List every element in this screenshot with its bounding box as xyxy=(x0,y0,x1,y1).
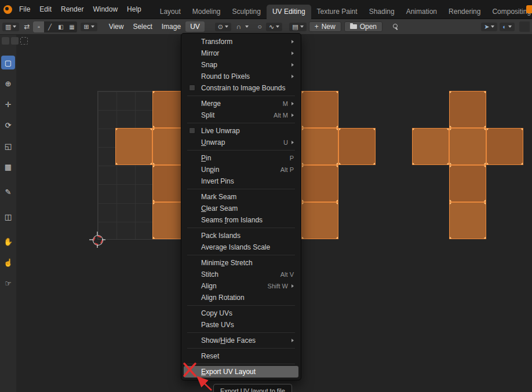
uv-face[interactable] xyxy=(486,128,523,165)
chevron-down-icon xyxy=(508,25,512,28)
scene-icon[interactable] xyxy=(526,5,532,13)
checkbox-icon[interactable] xyxy=(189,127,195,134)
menu-item-show-hide-faces[interactable]: Show/Hide Faces xyxy=(184,335,298,346)
menu-item-pack-islands[interactable]: Pack Islands xyxy=(184,230,298,241)
menu-item-paste-uvs[interactable]: Paste UVs xyxy=(184,319,298,331)
header-menu-uv[interactable]: UV xyxy=(185,21,205,32)
menu-edit[interactable]: Edit xyxy=(35,3,56,15)
tool-rip-region[interactable]: ◫ xyxy=(1,210,15,224)
tool-relax[interactable]: ☝ xyxy=(1,255,15,269)
select-extend-icon[interactable] xyxy=(11,37,19,45)
open-image-button[interactable]: Open xyxy=(344,21,382,32)
workspace-tab-shading[interactable]: Shading xyxy=(363,5,400,19)
menu-window[interactable]: Window xyxy=(88,3,122,15)
select-mode-vertex[interactable]: ▫ xyxy=(33,21,44,32)
menu-item-unpin[interactable]: UnpinAlt P xyxy=(184,164,298,175)
display-channels-dropdown[interactable]: ◐ xyxy=(500,23,515,31)
workspace-tab-uv-editing[interactable]: UV Editing xyxy=(267,5,311,19)
menu-item-merge[interactable]: MergeM xyxy=(184,98,298,109)
workspace-tab-rendering[interactable]: Rendering xyxy=(443,5,486,19)
tool-move[interactable]: ✛ xyxy=(1,97,15,111)
tool-rotate[interactable]: ⟳ xyxy=(1,118,15,132)
menu-item-snap[interactable]: Snap xyxy=(184,59,298,71)
uv-face[interactable] xyxy=(412,128,449,165)
select-new-icon[interactable] xyxy=(2,37,9,45)
menu-item-clear-seam[interactable]: Clear Seam xyxy=(184,203,298,214)
menu-item-reset[interactable]: Reset xyxy=(184,350,298,362)
uv-face[interactable] xyxy=(449,202,486,239)
new-image-button[interactable]: + New xyxy=(309,21,341,32)
menu-item-label: Copy UVs xyxy=(201,309,232,317)
uv-face[interactable] xyxy=(115,128,152,165)
menu-item-transform[interactable]: Transform xyxy=(184,36,298,47)
tool-scale[interactable]: ◱ xyxy=(1,139,15,153)
menu-item-constrain-to-image-bounds[interactable]: Constrain to Image Bounds xyxy=(184,82,298,94)
checkbox-icon[interactable] xyxy=(189,85,195,91)
tool-cursor[interactable]: ⊕ xyxy=(1,76,15,90)
menu-item-seams-from-islands[interactable]: Seams from Islands xyxy=(184,214,298,226)
menu-item-pin[interactable]: PinP xyxy=(184,152,298,164)
header-menu-select[interactable]: Select xyxy=(128,21,156,32)
snap-magnet-toggle[interactable]: ∩ xyxy=(234,21,244,32)
menu-item-copy-uvs[interactable]: Copy UVs xyxy=(184,307,298,319)
tool-select-box[interactable]: ▢ xyxy=(1,56,15,69)
menu-item-export-uv-layout[interactable]: Export UV Layout xyxy=(184,366,298,378)
pivot-point-dropdown[interactable]: ⊙ xyxy=(215,23,231,31)
header-menu-image[interactable]: Image xyxy=(157,21,185,32)
tool-transform[interactable]: ▦ xyxy=(1,160,15,174)
workspace-tab-compositing[interactable]: Compositing xyxy=(486,5,532,19)
overlays-button[interactable] xyxy=(519,21,530,32)
menu-item-mark-seam[interactable]: Mark Seam xyxy=(184,191,298,203)
editor-type-button[interactable]: ▥ xyxy=(2,23,19,31)
uv-face[interactable] xyxy=(301,91,338,128)
blender-logo-icon[interactable] xyxy=(3,5,12,14)
menu-file[interactable]: File xyxy=(14,3,35,15)
uv-face[interactable] xyxy=(449,165,486,202)
menu-item-minimize-stretch[interactable]: Minimize Stretch xyxy=(184,257,298,269)
menu-item-align-rotation[interactable]: Align Rotation xyxy=(184,292,298,303)
header-menu-view[interactable]: View xyxy=(104,21,129,32)
sticky-selection-dropdown[interactable]: ⊞ xyxy=(81,23,97,31)
menu-item-split[interactable]: SplitAlt M xyxy=(184,109,298,121)
menu-item-live-unwrap[interactable]: Live Unwrap xyxy=(184,125,298,137)
menu-help[interactable]: Help xyxy=(122,3,146,15)
menu-item-stitch[interactable]: StitchAlt V xyxy=(184,269,298,280)
tool-pinch[interactable]: ☞ xyxy=(1,276,15,290)
menu-item-round-to-pixels[interactable]: Round to Pixels xyxy=(184,71,298,82)
menu-item-mirror[interactable]: Mirror xyxy=(184,47,298,59)
proportional-editing-toggle[interactable]: ○ xyxy=(254,21,265,32)
uv-face[interactable] xyxy=(301,128,338,165)
gizmos-dropdown[interactable]: ➤ xyxy=(481,23,497,31)
menu-render[interactable]: Render xyxy=(56,3,88,15)
uv-face[interactable] xyxy=(449,128,486,165)
uv-face[interactable] xyxy=(449,91,486,128)
uv-sync-selection-toggle[interactable]: ⇄ xyxy=(21,21,32,32)
menu-item-invert-pins[interactable]: Invert Pins xyxy=(184,175,298,187)
workspace-tab-modeling[interactable]: Modeling xyxy=(187,5,227,19)
select-mode-island[interactable]: ▦ xyxy=(66,21,77,32)
workspace-tab-texture-paint[interactable]: Texture Paint xyxy=(311,5,363,19)
uv-face[interactable] xyxy=(301,165,338,202)
pin-icon[interactable] xyxy=(391,23,399,31)
uv-2d-cursor[interactable] xyxy=(89,232,105,248)
tool-grab[interactable]: ✋ xyxy=(1,235,15,248)
select-mode-edge[interactable]: ╱ xyxy=(44,21,55,32)
snap-settings-dropdown[interactable] xyxy=(245,25,249,28)
falloff-dropdown[interactable]: ∿ xyxy=(266,23,282,31)
workspace-tab-layout[interactable]: Layout xyxy=(154,5,187,19)
image-browse-dropdown[interactable]: ▤ xyxy=(289,23,306,31)
tool-annotate[interactable]: ✎ xyxy=(1,185,15,199)
pivot-icon: ⊙ xyxy=(218,24,223,30)
workspace-tab-sculpting[interactable]: Sculpting xyxy=(227,5,267,19)
menu-item-label: Show/Hide Faces xyxy=(201,336,256,345)
select-box-mode-icon[interactable] xyxy=(20,37,28,45)
annotate-icon: ✎ xyxy=(5,188,12,196)
workspace-tab-animation[interactable]: Animation xyxy=(400,5,443,19)
select-mode-face[interactable]: ◧ xyxy=(55,21,66,32)
menu-item-average-islands-scale[interactable]: Average Islands Scale xyxy=(184,241,298,253)
uv-face[interactable] xyxy=(301,202,338,239)
uv-face[interactable] xyxy=(338,128,376,165)
menu-item-unwrap[interactable]: UnwrapU xyxy=(184,137,298,148)
menu-separator xyxy=(187,189,295,189)
menu-item-align[interactable]: AlignShift W xyxy=(184,280,298,292)
